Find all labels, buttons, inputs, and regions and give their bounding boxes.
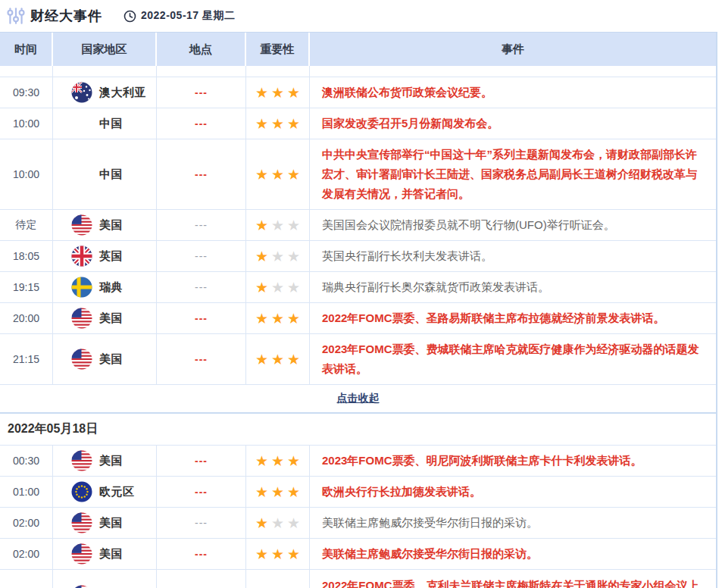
event-description[interactable]: 澳洲联储公布货币政策会议纪要。 [310,77,716,108]
flag-eu-icon [71,481,92,502]
event-country: 中国 [53,139,157,209]
event-country: 美国 [53,570,157,588]
importance-stars: ★★★ [246,303,310,333]
event-location: --- [157,446,246,476]
country-label: 美国 [99,352,123,367]
event-time: 10:00 [0,139,53,209]
event-description[interactable]: 美国国会众议院情报委员就不明飞行物(UFO)举行听证会。 [310,210,716,240]
country-label: 瑞典 [99,280,123,295]
current-date: 2022-05-17 星期二 [123,9,236,23]
event-description[interactable]: 中共中央宣传部举行“中国这十年”系列主题新闻发布会，请财政部副部长许宏才、审计署… [310,139,716,209]
event-description[interactable]: 2022年FOMC票委、克利夫兰联储主席梅斯特在关于通胀的专家小组会议上做开场发… [310,570,716,588]
importance-stars: ★★★ [246,272,310,302]
importance-stars: ★★★ [246,139,310,209]
country-label: 美国 [99,547,123,561]
event-description[interactable]: 瑞典央行副行长奥尔森就货币政策发表讲话。 [310,272,716,302]
event-time: 02:00 [0,539,53,569]
event-location: --- [157,539,246,569]
event-location: --- [157,303,246,333]
importance-stars: ★★★ [246,446,310,476]
importance-stars: ★★★ [246,508,310,538]
event-country: 欧元区 [53,477,157,507]
partial-row [0,66,716,77]
events-table: 时间 国家地区 地点 重要性 事件 09:30 澳大利亚 --- ★★★ 澳洲联… [0,32,717,588]
event-country: 美国 [53,334,157,384]
event-row: 00:30 美国 --- ★★★ 2023年FOMC票委、明尼阿波利斯联储主席卡… [0,446,716,477]
event-description[interactable]: 2023年FOMC票委、明尼阿波利斯联储主席卡什卡利发表讲话。 [310,446,716,476]
country-label: 中国 [99,117,123,131]
sliders-icon [6,6,26,26]
table-header-row: 时间 国家地区 地点 重要性 事件 [0,33,716,66]
event-location: --- [157,241,246,271]
flag-usa-icon [71,585,92,588]
country-label: 英国 [99,249,123,264]
event-location: --- [157,108,246,139]
event-row: 21:15 美国 --- ★★★ 2023年FOMC票委、费城联储主席哈克就医疗… [0,334,716,385]
flag-usa-icon [71,308,92,329]
page-header: 财经大事件 2022-05-17 星期二 [0,0,722,32]
event-row: 10:00 中国 --- ★★★ 中共中央宣传部举行“中国这十年”系列主题新闻发… [0,139,716,210]
event-time: 02:00 [0,508,53,538]
event-description[interactable]: 美联储主席鲍威尔接受华尔街日报的采访。 [310,539,716,569]
event-location: --- [157,334,246,384]
event-time: 18:05 [0,241,53,271]
event-row: 01:00 欧元区 --- ★★★ 欧洲央行行长拉加德发表讲话。 [0,477,716,508]
flag-sweden-icon [71,277,92,298]
importance-stars: ★★★ [246,334,310,384]
flag-usa-icon [71,450,92,471]
event-country: 美国 [53,210,157,240]
column-header-importance: 重要性 [246,33,310,66]
collapse-link[interactable]: 点击收起 [337,392,380,405]
event-country: 瑞典 [53,272,157,302]
importance-stars: ★★★ [246,241,310,271]
event-location: --- [157,272,246,302]
event-row: 02:00 美国 --- ★★★ 美联储主席鲍威尔接受华尔街日报的采访。 [0,508,716,539]
event-country: 美国 [53,539,157,569]
page-title: 财经大事件 [30,7,102,25]
flag-australia-icon [71,82,92,103]
flag-uk-icon [71,246,92,267]
event-country: 澳大利亚 [53,77,157,108]
date-section-header: 2022年05月18日 [0,414,716,446]
country-label: 美国 [99,218,123,233]
event-time: 19:15 [0,272,53,302]
event-description[interactable]: 2023年FOMC票委、费城联储主席哈克就医疗健康作为经济驱动器的话题发表讲话。 [310,334,716,384]
flag-placeholder [71,113,92,134]
event-time: 02:30 [0,570,53,588]
flag-usa-icon [71,543,92,565]
column-header-country: 国家地区 [53,33,157,66]
clock-icon [123,10,136,23]
event-country: 中国 [53,108,157,139]
importance-stars: ★★★ [246,210,310,240]
event-row: 09:30 澳大利亚 --- ★★★ 澳洲联储公布货币政策会议纪要。 [0,77,716,108]
event-location: --- [157,139,246,209]
event-description[interactable]: 英国央行副行长坎利夫发表讲话。 [310,241,716,271]
flag-usa-icon [71,349,92,370]
event-time: 09:30 [0,77,53,108]
event-description[interactable]: 欧洲央行行长拉加德发表讲话。 [310,477,716,507]
event-row: 02:00 美国 --- ★★★ 美联储主席鲍威尔接受华尔街日报的采访。 [0,539,716,570]
flag-usa-icon [71,214,92,236]
financial-events-page: 财经大事件 2022-05-17 星期二 时间 国家地区 地点 重要性 事件 0… [0,0,722,588]
event-row: 20:00 美国 --- ★★★ 2022年FOMC票委、圣路易斯联储主席布拉德… [0,303,716,334]
event-description[interactable]: 美联储主席鲍威尔接受华尔街日报的采访。 [310,508,716,538]
current-date-label: 2022-05-17 星期二 [141,9,236,23]
event-time: 20:00 [0,303,53,333]
importance-stars: ★★★ [246,108,310,139]
event-time: 10:00 [0,108,53,139]
event-location: --- [157,570,246,588]
event-country: 美国 [53,446,157,476]
country-label: 中国 [99,167,123,182]
country-label: 澳大利亚 [99,86,146,100]
event-row: 10:00 中国 --- ★★★ 国家发改委召开5月份新闻发布会。 [0,108,716,139]
event-time: 01:00 [0,477,53,507]
event-time: 待定 [0,210,53,240]
event-row: 19:15 瑞典 --- ★★★ 瑞典央行副行长奥尔森就货币政策发表讲话。 [0,272,716,303]
collapse-row: 点击收起 [0,385,716,414]
event-description[interactable]: 2022年FOMC票委、圣路易斯联储主席布拉德就经济前景发表讲话。 [310,303,716,333]
column-header-time: 时间 [0,33,53,66]
country-label: 欧元区 [99,485,135,499]
importance-stars: ★★★ [246,477,310,507]
event-description[interactable]: 国家发改委召开5月份新闻发布会。 [310,108,716,139]
event-row: 02:30 美国 --- ★★★ 2022年FOMC票委、克利夫兰联储主席梅斯特… [0,570,716,588]
